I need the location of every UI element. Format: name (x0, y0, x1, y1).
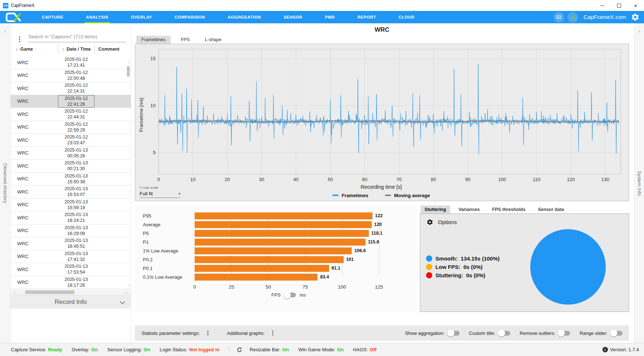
column-header-game[interactable]: ↑ Game (11, 44, 58, 54)
capture-game-cell: WRC (11, 160, 58, 172)
chart-tab-fps[interactable]: FPS (176, 36, 195, 44)
frametime-chart-panel: Frametime [ms] 0102030405060708090100110… (135, 44, 629, 201)
capture-row[interactable]: WRC2025-01-1315:53:07 (11, 185, 131, 199)
bar-row-p95: P95122 (140, 211, 383, 220)
captures-sidebar: ⋮ ↑ Game ↑ Date / Time Comment ↑ ↓ (11, 23, 131, 343)
scroll-left-arrow[interactable]: ← (13, 290, 17, 295)
chart-legend: Frametimes Moving average (137, 191, 626, 199)
fps-ms-toggle[interactable] (284, 293, 296, 297)
bar-value: 106.6 (354, 248, 366, 253)
capture-row[interactable]: WRC2025-01-1300:21:30 (11, 160, 131, 173)
list-menu-kebab[interactable]: ⋮ (16, 36, 23, 42)
column-header-comment[interactable]: Comment (94, 44, 131, 54)
capture-row[interactable]: WRC2025-01-1217:21:41 (11, 56, 131, 69)
scroll-up-arrow[interactable]: ↑ (128, 59, 130, 64)
maximize-button[interactable] (610, 0, 627, 11)
capture-row[interactable]: WRC2025-01-1318:17:25 (11, 276, 131, 289)
horizontal-scrollbar-thumb[interactable] (25, 290, 74, 294)
search-input[interactable] (28, 34, 126, 42)
bar-row-0-1-low-average: 0.1% Low Average83.4 (140, 273, 383, 281)
toggle-remove-outliers-: Remove outliers: (520, 330, 570, 336)
capture-row[interactable]: WRC2025-01-1222:44:31 (11, 108, 131, 121)
bar-row-average: Average120 (140, 220, 383, 229)
analysis-tab-fps-thresholds[interactable]: FPS thresholds (488, 206, 530, 214)
chart-tab-frametimes[interactable]: Frametimes (136, 36, 171, 44)
login-button[interactable] (567, 12, 578, 23)
capture-row[interactable]: WRC2025-01-1317:53:54 (11, 263, 131, 276)
expand-left-chevron[interactable]: ‹ (635, 28, 644, 34)
site-link[interactable]: CapFrameX.com (583, 14, 626, 20)
capture-row[interactable]: WRC2025-01-1300:05:26 (11, 147, 131, 160)
nav-tab-aggregation[interactable]: AGGREGATION (226, 11, 263, 23)
toggle-switch-show-aggregation-[interactable] (448, 331, 460, 336)
vertical-scrollbar-thumb[interactable] (127, 66, 130, 77)
observed-directory-tab[interactable]: Observed directory (3, 163, 8, 203)
bar-value: 115.8 (368, 239, 379, 244)
bar-1-low-average (195, 247, 352, 254)
capture-comment-cell (94, 211, 131, 224)
capture-row[interactable]: WRC2025-01-1222:14:31 (11, 82, 131, 95)
capture-row[interactable]: WRC2025-01-1316:45:51 (11, 237, 131, 250)
bar-row-1-low-average: 1% Low Average106.6 (140, 246, 383, 255)
bar-axis-tick: 50 (266, 284, 271, 290)
column-header-date-time[interactable]: ↑ Date / Time (58, 44, 94, 54)
capture-comment-cell (94, 95, 131, 108)
capture-comment-cell (94, 199, 131, 211)
record-info-header[interactable]: Record Info (11, 295, 131, 309)
status-item: Login Status:Not logged in (160, 347, 219, 352)
dropdown-caret-icon: ▾ (179, 192, 180, 196)
nav-tab-capture[interactable]: CAPTURE (40, 11, 65, 23)
info-icon[interactable]: i (602, 347, 608, 352)
capture-row[interactable]: WRC2025-01-1315:59:19 (11, 199, 131, 212)
nav-tab-analysis[interactable]: ANALYSIS (84, 11, 110, 23)
status-value: On (144, 347, 150, 352)
toggle-switch-custom-title-[interactable] (499, 331, 510, 336)
capture-comment-cell (94, 237, 131, 250)
titlebar: CX CapFrameX × (0, 0, 644, 11)
bar-value: 120 (374, 222, 382, 227)
nav-tab-sensor[interactable]: SENSOR (282, 11, 304, 23)
nav-tab-comparison[interactable]: COMPARISON (173, 11, 207, 23)
scroll-right-arrow[interactable]: → (124, 290, 129, 295)
capture-row[interactable]: WRC2025-01-1317:41:32 (11, 250, 131, 263)
analysis-tab-sensor-data[interactable]: Sensor data (534, 206, 568, 214)
toggle-switch-remove-outliers-[interactable] (558, 331, 570, 336)
capture-row[interactable]: WRC2025-01-1222:00:48 (11, 69, 131, 82)
statistic-settings-kebab[interactable]: ⋮ (205, 330, 211, 336)
capture-game-cell: WRC (11, 121, 58, 134)
bar-category-label: P95 (140, 213, 195, 219)
nav-tab-cloud[interactable]: CLOUD (397, 11, 416, 23)
chart-tab-l-shape[interactable]: L-shape (200, 36, 226, 44)
nav-tab-overlay[interactable]: OVERLAY (129, 11, 154, 23)
screenshot-button[interactable] (554, 12, 564, 23)
scroll-down-arrow[interactable]: ↓ (128, 282, 130, 287)
capture-game-cell: WRC (11, 95, 58, 108)
y-axis-scale-select[interactable]: Full fit ▾ (140, 191, 180, 198)
capture-row[interactable]: WRC2025-01-1222:59:29 (11, 121, 131, 134)
nav-tab-pmd[interactable]: PMD (323, 11, 337, 23)
capture-row[interactable]: WRC2025-01-1316:29:09 (11, 224, 131, 238)
horizontal-scrollbar[interactable]: ← → (11, 289, 131, 295)
capture-row[interactable]: WRC2025-01-1316:24:21 (11, 211, 131, 224)
system-info-tab[interactable]: System Info (637, 171, 642, 196)
bar-value: 118.1 (371, 231, 383, 236)
options-button[interactable]: Options (420, 214, 629, 226)
analysis-tab-variances[interactable]: Variances (454, 206, 484, 214)
bar-category-label: 0.1% Low Average (140, 274, 195, 280)
close-button[interactable]: × (627, 0, 644, 11)
svg-text:10: 10 (190, 177, 195, 182)
capture-game-cell: WRC (11, 173, 58, 185)
capture-row[interactable]: WRC2025-01-1222:41:26 (11, 95, 131, 108)
svg-text:90: 90 (465, 177, 470, 182)
nav-tab-report[interactable]: REPORT (356, 11, 378, 23)
capture-row[interactable]: WRC2025-01-1315:50:38 (11, 173, 131, 186)
capture-row[interactable]: WRC2025-01-1223:03:47 (11, 134, 131, 147)
toggle-switch-range-slider-[interactable] (611, 331, 622, 336)
expand-right-chevron[interactable]: › (0, 28, 10, 34)
additional-graphs-kebab[interactable]: ⋮ (270, 330, 276, 336)
capture-game-cell: WRC (11, 185, 58, 198)
settings-gear-icon[interactable] (631, 13, 640, 21)
analysis-tab-stuttering[interactable]: Stuttering (421, 206, 450, 214)
bar-category-label: P5 (140, 231, 195, 236)
minimize-button[interactable] (594, 0, 610, 11)
